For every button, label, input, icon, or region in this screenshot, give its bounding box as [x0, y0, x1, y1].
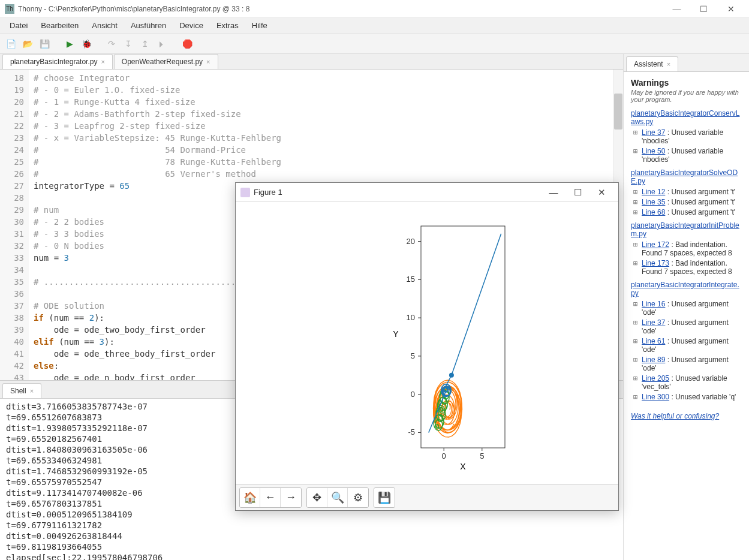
save-figure-icon[interactable]: 💾 [374, 488, 395, 507]
svg-text:0: 0 [411, 390, 415, 399]
line-number: 40 [0, 336, 29, 348]
expand-icon[interactable]: ⊞ [633, 300, 640, 308]
pan-icon[interactable]: ✥ [307, 488, 327, 507]
svg-point-19 [449, 373, 454, 378]
warning-line-link[interactable]: Line 172 [642, 240, 669, 249]
stop-icon[interactable]: 🛑 [180, 37, 194, 51]
warning-line-link[interactable]: Line 12 [642, 188, 665, 196]
home-icon[interactable]: 🏠 [240, 488, 260, 507]
menu-ansicht[interactable]: Ansicht [86, 19, 124, 32]
close-button[interactable]: ✕ [717, 1, 744, 17]
figure-maximize[interactable]: ☐ [565, 187, 589, 198]
save-icon[interactable]: 💾 [37, 37, 52, 51]
figure-close[interactable]: ✕ [589, 187, 613, 198]
close-icon[interactable]: × [101, 58, 104, 65]
code-line[interactable]: # 78 Runge-Kutta-Fehlberg [34, 156, 623, 168]
forward-icon[interactable]: → [281, 488, 301, 507]
code-line[interactable]: # - 0 = Euler 1.O. fixed-size [34, 84, 623, 96]
expand-icon[interactable]: ⊞ [633, 337, 640, 345]
code-line[interactable]: # - 1 = Runge-Kutta 4 fixed-size [34, 96, 623, 108]
step-over-icon[interactable]: ↷ [104, 37, 119, 51]
figure-canvas: -50510152005XY [236, 202, 618, 484]
expand-icon[interactable]: ⊞ [633, 393, 640, 401]
tab-shell[interactable]: Shell × [2, 383, 41, 398]
expand-icon[interactable]: ⊞ [633, 208, 640, 216]
line-number: 29 [0, 204, 29, 216]
feedback-link[interactable]: Was it helpful or confusing? [631, 412, 719, 420]
menu-ausfuehren[interactable]: Ausführen [125, 19, 172, 32]
shell-line: elapsed[sec]:22.199578046798706 [6, 552, 617, 560]
step-into-icon[interactable]: ↧ [121, 37, 136, 51]
expand-icon[interactable]: ⊞ [633, 188, 640, 196]
expand-icon[interactable]: ⊞ [633, 198, 640, 206]
tab-planetarybasicintegrator[interactable]: planetaryBasicIntegrator.py × [2, 54, 113, 69]
menu-extras[interactable]: Extras [210, 19, 245, 32]
warning-file-link[interactable]: planetaryBasicIntegratorConservLaws.py [631, 109, 742, 126]
figure-titlebar[interactable]: Figure 1 — ☐ ✕ [236, 183, 618, 202]
warning-file-link[interactable]: planetaryBasicIntegratorInitProblem.py [631, 221, 742, 238]
zoom-icon[interactable]: 🔍 [327, 488, 348, 507]
expand-icon[interactable]: ⊞ [633, 356, 640, 364]
code-line[interactable]: # - 3 = Leapfrog 2-step fixed-size [34, 120, 623, 132]
window-title: Thonny - C:\Penzkofer\Python\misc\planet… [18, 5, 663, 13]
code-line[interactable]: # - 2 = Adams-Bathforth 2-step fixed-siz… [34, 108, 623, 120]
warning-line-link[interactable]: Line 173 [642, 259, 669, 267]
expand-icon[interactable]: ⊞ [633, 374, 640, 383]
menu-hilfe[interactable]: Hilfe [246, 19, 273, 32]
shell-line: t=69.67791161321782 [6, 520, 617, 531]
warning-line-link[interactable]: Line 50 [642, 147, 665, 155]
step-out-icon[interactable]: ↥ [138, 37, 152, 51]
tab-openweatherrequest[interactable]: OpenWeatherRequest.py × [114, 54, 218, 69]
figure-window[interactable]: Figure 1 — ☐ ✕ -50510152005XY 🏠 ← → ✥ 🔍 … [235, 182, 619, 511]
line-number: 42 [0, 360, 29, 372]
close-icon[interactable]: × [206, 58, 210, 65]
warning-message: : Unused variable 'q' [669, 393, 736, 401]
expand-icon[interactable]: ⊞ [633, 318, 640, 327]
line-number: 30 [0, 216, 29, 228]
code-line[interactable]: # - x = VariableStepsize: 45 Runge-Kutta… [34, 132, 623, 144]
menu-bearbeiten[interactable]: Bearbeiten [35, 19, 85, 32]
warning-file-link[interactable]: planetaryBasicIntegratorSolveODE.py [631, 168, 742, 185]
menu-datei[interactable]: Datei [4, 19, 34, 32]
menu-device[interactable]: Device [173, 19, 209, 32]
warning-line-link[interactable]: Line 89 [642, 356, 665, 364]
expand-icon[interactable]: ⊞ [633, 147, 640, 155]
warning-file-link[interactable]: planetaryBasicIntegratorIntegrate.py [631, 281, 742, 297]
tab-label: planetaryBasicIntegrator.py [10, 58, 97, 66]
svg-text:15: 15 [407, 275, 415, 284]
warning-line-link[interactable]: Line 35 [642, 198, 665, 206]
debug-icon[interactable]: 🐞 [79, 37, 94, 51]
open-file-icon[interactable]: 📂 [20, 37, 35, 51]
code-line[interactable]: # choose Integrator [34, 72, 623, 84]
back-icon[interactable]: ← [260, 488, 281, 507]
expand-icon[interactable]: ⊞ [633, 259, 640, 267]
warning-line-link[interactable]: Line 61 [642, 337, 665, 345]
maximize-button[interactable]: ☐ [690, 1, 717, 17]
close-icon[interactable]: × [30, 387, 34, 395]
warning-line-link[interactable]: Line 37 [642, 128, 665, 137]
figure-title: Figure 1 [254, 188, 542, 197]
warning-line-link[interactable]: Line 68 [642, 208, 665, 216]
expand-icon[interactable]: ⊞ [633, 240, 640, 249]
configure-icon[interactable]: ⚙ [348, 488, 368, 507]
line-number: 38 [0, 312, 29, 324]
figure-toolbar: 🏠 ← → ✥ 🔍 ⚙ 💾 [236, 484, 618, 510]
minimize-button[interactable]: — [663, 1, 690, 17]
new-file-icon[interactable]: 📄 [4, 37, 18, 51]
close-icon[interactable]: × [667, 61, 670, 68]
code-line[interactable]: # 54 Dormand-Price [34, 144, 623, 156]
plot-svg: -50510152005XY [301, 214, 553, 472]
warning-line-link[interactable]: Line 16 [642, 300, 665, 308]
line-number: 37 [0, 300, 29, 312]
run-icon[interactable]: ▶ [62, 37, 77, 51]
resume-icon[interactable]: ⏵ [155, 37, 169, 51]
warning-line-link[interactable]: Line 205 [642, 374, 669, 383]
warning-line-link[interactable]: Line 37 [642, 318, 665, 327]
warning-message: : Unused argument 't' [665, 208, 735, 216]
warning-item: ⊞Line 37 : Unused argument 'ode' [633, 318, 742, 335]
warning-line-link[interactable]: Line 300 [642, 393, 669, 401]
code-line[interactable]: # 65 Verner's method [34, 168, 623, 180]
figure-minimize[interactable]: — [542, 187, 565, 197]
tab-assistant[interactable]: Assistent × [626, 56, 678, 71]
expand-icon[interactable]: ⊞ [633, 128, 640, 137]
